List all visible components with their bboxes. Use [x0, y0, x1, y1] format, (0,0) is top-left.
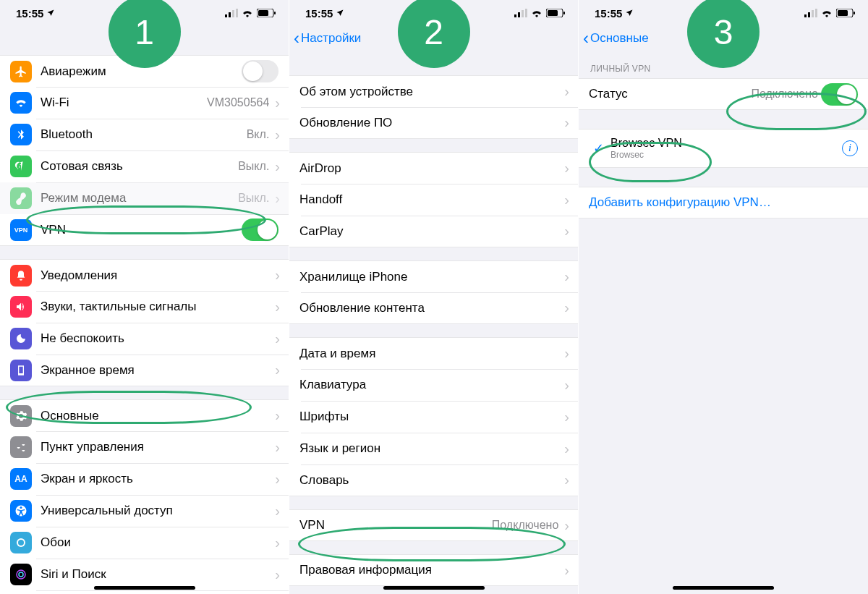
- svg-rect-5: [258, 10, 268, 16]
- status-time: 15:55: [305, 7, 333, 20]
- back-button[interactable]: ‹ Настройки: [294, 30, 361, 47]
- svg-rect-23: [815, 9, 817, 17]
- chevron-right-icon: ›: [561, 517, 578, 534]
- row-wifi[interactable]: Wi-Fi VM3050564 ›: [0, 87, 289, 119]
- chevron-right-icon: ›: [561, 192, 578, 208]
- row-bluetooth[interactable]: Bluetooth Вкл. ›: [0, 119, 289, 150]
- row-detail: Подключено: [492, 519, 559, 532]
- svg-rect-20: [804, 14, 807, 17]
- airplane-icon: [10, 61, 32, 82]
- row-faceid[interactable]: Face ID и код-пароль ›: [0, 590, 289, 594]
- chevron-right-icon: ›: [272, 267, 289, 284]
- svg-rect-15: [522, 10, 524, 17]
- back-label: Основные: [590, 31, 649, 46]
- row-detail: Выкл.: [238, 160, 269, 173]
- notifications-icon: [10, 265, 32, 287]
- row-label: Добавить конфигурацию VPN…: [589, 195, 868, 210]
- home-indicator[interactable]: [383, 586, 485, 590]
- chevron-right-icon: ›: [272, 439, 289, 456]
- row-label: Не беспокоить: [41, 331, 272, 346]
- svg-rect-13: [514, 14, 516, 17]
- vpn-toggle[interactable]: [242, 218, 278, 241]
- row-add-vpn-config[interactable]: Добавить конфигурацию VPN…: [579, 187, 868, 218]
- home-indicator[interactable]: [94, 586, 195, 590]
- row-datetime[interactable]: Дата и время ›: [289, 337, 578, 369]
- settings-vpn-screen: 3 15:55 ‹ Основные ЛИЧНЫЙ VPN: [579, 0, 868, 594]
- row-general[interactable]: Основные ›: [0, 399, 289, 431]
- row-label: Wi-Fi: [41, 96, 207, 110]
- row-label: Дата и время: [299, 347, 561, 361]
- chevron-right-icon: ›: [272, 362, 289, 378]
- row-handoff[interactable]: Handoff ›: [289, 184, 578, 216]
- chevron-right-icon: ›: [561, 160, 578, 177]
- row-label: Словарь: [299, 473, 561, 488]
- row-label: VPN: [41, 223, 242, 237]
- svg-rect-6: [274, 12, 276, 14]
- sounds-icon: [10, 296, 32, 318]
- row-label: Статус: [589, 87, 751, 101]
- row-vpn[interactable]: VPN VPN: [0, 214, 289, 246]
- location-icon: [46, 7, 55, 20]
- signal-icon: [514, 7, 527, 20]
- settings-root-screen: 1 15:55 Авиарежим: [0, 0, 289, 594]
- chevron-right-icon: ›: [561, 377, 578, 394]
- row-storage[interactable]: Хранилище iPhone ›: [289, 260, 578, 292]
- row-wallpaper[interactable]: Обои ›: [0, 527, 289, 559]
- wifi-icon: [242, 7, 253, 20]
- row-dnd[interactable]: Не беспокоить ›: [0, 323, 289, 355]
- row-fonts[interactable]: Шрифты ›: [289, 401, 578, 433]
- row-accessibility[interactable]: Универсальный доступ ›: [0, 495, 289, 527]
- row-label: Экранное время: [41, 363, 272, 378]
- svg-rect-0: [225, 14, 227, 17]
- back-button[interactable]: ‹ Основные: [583, 30, 649, 47]
- row-about[interactable]: Об этом устройстве ›: [289, 75, 578, 107]
- display-icon: AA: [10, 468, 32, 490]
- chevron-right-icon: ›: [561, 441, 578, 457]
- info-icon[interactable]: i: [842, 140, 858, 156]
- row-cellular[interactable]: Сотовая связь Выкл. ›: [0, 150, 289, 182]
- row-label: Шрифты: [299, 410, 561, 424]
- row-background-refresh[interactable]: Обновление контента ›: [289, 292, 578, 324]
- battery-icon: [546, 7, 565, 20]
- checkmark-icon: ✓: [589, 140, 608, 156]
- row-label: Handoff: [299, 192, 561, 207]
- row-sounds[interactable]: Звуки, тактильные сигналы ›: [0, 291, 289, 323]
- row-control-center[interactable]: Пункт управления ›: [0, 431, 289, 463]
- row-label: Сотовая связь: [41, 159, 238, 174]
- vpn-status-toggle[interactable]: [821, 83, 858, 106]
- row-vpn-status[interactable]: Статус Подключено: [579, 78, 868, 110]
- row-hotspot[interactable]: Режим модема Выкл. ›: [0, 182, 289, 214]
- row-keyboard[interactable]: Клавиатура ›: [289, 369, 578, 401]
- svg-point-11: [17, 570, 25, 579]
- link-icon: [10, 187, 32, 209]
- row-label: Язык и регион: [299, 441, 561, 456]
- row-carplay[interactable]: CarPlay ›: [289, 216, 578, 247]
- chevron-right-icon: ›: [272, 471, 289, 488]
- row-legal[interactable]: Правовая информация ›: [289, 554, 578, 586]
- row-notifications[interactable]: Уведомления ›: [0, 259, 289, 291]
- airplane-toggle[interactable]: [242, 60, 278, 82]
- wifi-settings-icon: [10, 92, 32, 114]
- row-vpn-general[interactable]: VPN Подключено ›: [289, 509, 578, 541]
- row-airdrop[interactable]: AirDrop ›: [289, 152, 578, 184]
- row-dictionary[interactable]: Словарь ›: [289, 464, 578, 496]
- bluetooth-icon: [10, 124, 32, 145]
- row-label: VPN: [299, 518, 492, 533]
- row-label: Обои: [41, 535, 272, 550]
- row-label: Уведомления: [41, 268, 272, 283]
- location-icon: [336, 7, 344, 20]
- row-label: Экран и яркость: [41, 472, 272, 486]
- row-vpn-config-browsec[interactable]: ✓ Browsec VPN Browsec i: [579, 129, 868, 168]
- row-label: Обновление контента: [299, 301, 561, 315]
- screentime-icon: [10, 360, 32, 381]
- home-indicator[interactable]: [673, 586, 774, 590]
- row-language[interactable]: Язык и регион ›: [289, 433, 578, 464]
- row-software-update[interactable]: Обновление ПО ›: [289, 107, 578, 139]
- svg-point-8: [20, 506, 22, 509]
- row-display[interactable]: AA Экран и яркость ›: [0, 463, 289, 495]
- row-label: Универсальный доступ: [41, 504, 272, 518]
- gear-icon: [10, 405, 32, 427]
- row-label: Звуки, тактильные сигналы: [41, 300, 272, 314]
- row-screentime[interactable]: Экранное время ›: [0, 355, 289, 386]
- antenna-icon: [10, 156, 32, 177]
